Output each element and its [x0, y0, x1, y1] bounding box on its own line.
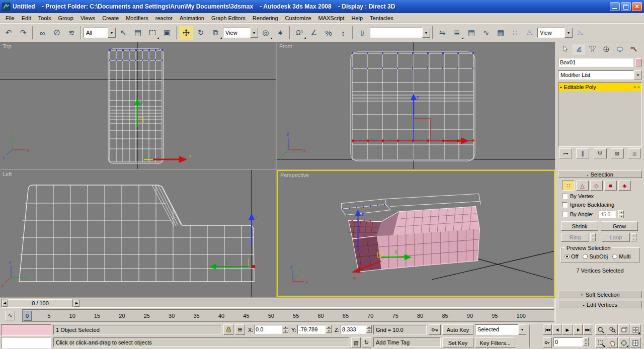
tab-utilities[interactable] [627, 44, 639, 55]
current-frame-field[interactable] [553, 337, 583, 346]
tab-hierarchy[interactable] [586, 44, 599, 55]
z-coord-field[interactable] [341, 325, 366, 334]
time-step-forward-button[interactable]: ▶ [74, 300, 79, 307]
menu-item[interactable]: Animation [176, 14, 208, 22]
render-setup-button[interactable]: ♨ [523, 26, 537, 40]
viewport-label[interactable]: Perspective [280, 172, 309, 178]
zoom-button[interactable] [595, 324, 606, 335]
go-to-end-button[interactable]: ▶▶| [583, 324, 592, 335]
vertex-mode-button[interactable]: ∷ [562, 181, 575, 191]
tab-create[interactable] [559, 44, 572, 55]
spin-down-icon[interactable]: ▼ [326, 329, 332, 333]
spin-down-icon[interactable]: ▼ [590, 237, 596, 241]
align-button[interactable]: ≣ [450, 26, 464, 40]
material-editor-button[interactable]: ∷ [508, 26, 522, 40]
snap-toggle-button[interactable]: Ω³ [292, 26, 306, 40]
angle-snap-button[interactable]: ∠ [307, 26, 321, 40]
object-name-field[interactable] [558, 58, 633, 67]
curve-editor-button[interactable]: ∿ [479, 26, 493, 40]
rollout-selection-header[interactable]: - Selection [558, 170, 642, 178]
chevron-down-icon[interactable]: ▼ [634, 70, 642, 79]
spin-up-icon[interactable]: ▲ [631, 233, 636, 237]
minimize-button[interactable] [610, 2, 620, 11]
chevron-down-icon[interactable]: ▼ [422, 28, 430, 38]
spin-down-icon[interactable]: ▼ [366, 329, 372, 333]
unlink-selection-button[interactable]: ∅ [50, 26, 64, 40]
modifier-enabled-icon[interactable]: ▪ [560, 84, 562, 90]
spin-up-icon[interactable]: ▲ [283, 325, 288, 329]
select-and-rotate-button[interactable]: ↻ [194, 26, 208, 40]
menu-item[interactable]: Create [99, 14, 122, 22]
menu-item[interactable]: Modifiers [122, 14, 152, 22]
chevron-down-icon[interactable]: ▼ [250, 28, 258, 38]
edge-mode-button[interactable]: △ [576, 181, 589, 191]
preview-subobj-radio[interactable]: SubObj [583, 253, 608, 259]
grow-button[interactable]: Grow [601, 221, 638, 231]
macro-recorder-pane[interactable] [1, 324, 51, 336]
select-and-manipulate-button[interactable]: ∗ [273, 26, 287, 40]
menu-item[interactable]: reactor [152, 14, 176, 22]
progressive-display-toggle[interactable]: ↻ [362, 337, 371, 347]
object-color-swatch[interactable] [635, 58, 642, 66]
menu-item[interactable]: Tools [35, 14, 55, 22]
select-object-button[interactable]: ↖ [116, 26, 130, 40]
chevron-down-icon[interactable]: ▼ [108, 28, 116, 38]
menu-item[interactable]: Views [77, 14, 99, 22]
render-view-dropdown[interactable]: View ▼ [537, 28, 573, 38]
close-button[interactable]: × [632, 2, 642, 11]
viewport-label[interactable]: Top [3, 43, 12, 49]
selection-lock-toggle[interactable] [223, 324, 233, 335]
next-frame-button[interactable]: |▶ [574, 324, 583, 335]
menu-item[interactable]: Tentacles [366, 14, 396, 22]
zoom-extents-button[interactable] [618, 324, 629, 335]
select-and-link-button[interactable]: ∞ [35, 26, 49, 40]
modifier-list-dropdown[interactable]: Modifier List ▼ [558, 70, 642, 80]
viewport-label[interactable]: Front [279, 43, 292, 49]
auto-key-button[interactable]: Auto Key [442, 324, 473, 335]
track-bar-ruler[interactable]: 0510152025303540455055606570758085909510… [22, 309, 554, 322]
selection-region-button[interactable] [145, 26, 159, 40]
adaptive-degradation-toggle[interactable]: ▧ [351, 337, 361, 347]
spin-up-icon[interactable]: ▲ [590, 233, 596, 237]
mini-curve-editor-button[interactable]: ∿ [5, 311, 15, 320]
menu-item[interactable]: Customize [282, 14, 315, 22]
rollout-soft-selection-header[interactable]: + Soft Selection [558, 291, 642, 298]
menu-item[interactable]: Rendering [249, 14, 282, 22]
viewport-left[interactable]: Left y [0, 170, 276, 297]
add-time-tag-field[interactable]: Add Time Tag [373, 337, 441, 347]
configure-modifier-sets-button[interactable]: ≣ [628, 148, 641, 158]
menu-item[interactable]: Group [54, 14, 77, 22]
named-selection-sets-button[interactable]: {} [355, 26, 369, 40]
spin-down-icon[interactable]: ▼ [631, 237, 636, 241]
menu-item[interactable]: Help [348, 14, 367, 22]
y-coord-field[interactable] [297, 325, 326, 334]
time-slider-thumb[interactable]: 0 / 100 [8, 299, 73, 307]
spin-down-icon[interactable]: ▼ [283, 329, 288, 333]
spin-up-icon[interactable]: ▲ [326, 325, 332, 329]
spin-up-icon[interactable]: ▲ [618, 210, 624, 214]
restore-button[interactable] [621, 2, 631, 11]
select-by-name-button[interactable]: ▤ [131, 26, 145, 40]
time-step-back-button[interactable]: ◀ [2, 300, 8, 307]
key-mode-toggle[interactable] [543, 337, 552, 348]
chevron-down-icon[interactable]: ▼ [518, 324, 526, 335]
named-selection-dropdown[interactable]: ▼ [370, 28, 430, 38]
menu-item[interactable]: Graph Editors [208, 14, 249, 22]
coordinate-system-dropdown[interactable]: View ▼ [223, 28, 258, 38]
remove-modifier-button[interactable]: ⊠ [611, 148, 624, 158]
go-to-start-button[interactable]: |◀◀ [543, 324, 552, 335]
spin-up-icon[interactable]: ▲ [583, 337, 589, 341]
ring-button[interactable]: Ring [561, 233, 589, 242]
menu-item[interactable]: Edit [18, 14, 35, 22]
viewport-perspective[interactable]: Perspective [277, 170, 555, 297]
border-mode-button[interactable]: ◇ [590, 181, 603, 191]
zoom-extents-all-button[interactable] [630, 324, 641, 335]
rollout-edit-vertices-header[interactable]: - Edit Vertices [558, 301, 642, 308]
pin-stack-button[interactable]: ⊶ [559, 148, 572, 158]
layer-manager-button[interactable]: ▤ [464, 26, 478, 40]
arc-rotate-button[interactable] [618, 337, 629, 348]
bind-to-spacewarp-button[interactable]: ≋ [64, 26, 78, 40]
make-unique-button[interactable]: Ψ [594, 148, 607, 158]
key-selection-dropdown[interactable]: Selected ▼ [475, 324, 526, 334]
element-mode-button[interactable]: ◈ [618, 181, 631, 191]
